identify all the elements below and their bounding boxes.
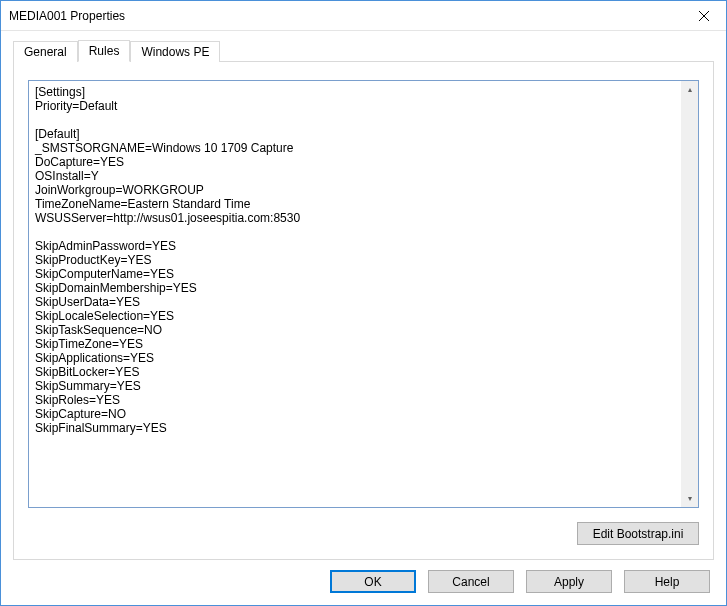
- close-icon: [699, 11, 709, 21]
- panel-button-row: Edit Bootstrap.ini: [28, 508, 699, 545]
- close-button[interactable]: [681, 1, 726, 31]
- rules-textbox-wrap: ▴ ▾: [28, 80, 699, 508]
- window-title: MEDIA001 Properties: [9, 9, 125, 23]
- apply-button[interactable]: Apply: [526, 570, 612, 593]
- edit-bootstrap-button[interactable]: Edit Bootstrap.ini: [577, 522, 699, 545]
- dialog-content: General Rules Windows PE ▴ ▾ Edit Bootst…: [1, 31, 726, 605]
- scrollbar-up-icon[interactable]: ▴: [681, 81, 698, 98]
- dialog-footer: OK Cancel Apply Help: [13, 560, 714, 605]
- tab-panel-rules: ▴ ▾ Edit Bootstrap.ini: [13, 61, 714, 560]
- cancel-button[interactable]: Cancel: [428, 570, 514, 593]
- tab-rules[interactable]: Rules: [78, 40, 131, 62]
- tab-strip: General Rules Windows PE: [13, 39, 714, 61]
- scrollbar-vertical[interactable]: ▴ ▾: [681, 81, 698, 507]
- tab-general[interactable]: General: [13, 41, 78, 62]
- tab-windows-pe[interactable]: Windows PE: [130, 41, 220, 62]
- rules-textbox[interactable]: [29, 81, 681, 507]
- scrollbar-down-icon[interactable]: ▾: [681, 490, 698, 507]
- ok-button[interactable]: OK: [330, 570, 416, 593]
- titlebar: MEDIA001 Properties: [1, 1, 726, 31]
- help-button[interactable]: Help: [624, 570, 710, 593]
